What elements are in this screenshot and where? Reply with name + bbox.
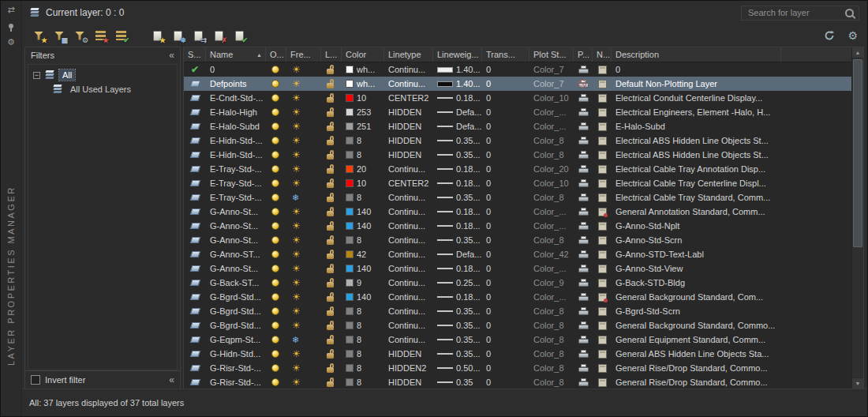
description-cell[interactable]: General Background Standard, Commo...: [612, 318, 851, 332]
scrollbar-thumb[interactable]: [853, 59, 862, 247]
color-cell[interactable]: 253: [342, 105, 384, 119]
linetype-cell[interactable]: HIDDEN: [384, 133, 433, 148]
freeze-cell[interactable]: ☀: [286, 77, 321, 91]
transparency-cell[interactable]: 0: [482, 176, 529, 190]
plot-cell[interactable]: [574, 332, 593, 347]
name-cell[interactable]: E-Halo-High: [206, 105, 266, 119]
linetype-cell[interactable]: Continu...: [384, 261, 433, 276]
linetype-cell[interactable]: HIDDEN: [384, 375, 433, 389]
scroll-up-icon[interactable]: ▲: [852, 47, 863, 58]
tree-collapse-icon[interactable]: −: [33, 72, 40, 79]
on-cell[interactable]: [266, 304, 286, 318]
linetype-cell[interactable]: Continu...: [384, 276, 433, 290]
new-vp-cell[interactable]: [593, 105, 612, 119]
description-cell[interactable]: General Rise/Drop Standard, Commo...: [612, 361, 851, 375]
column-header-s[interactable]: S...: [184, 47, 206, 62]
lock-cell[interactable]: [321, 205, 342, 219]
transparency-cell[interactable]: 0: [482, 304, 529, 318]
lock-cell[interactable]: [321, 77, 342, 91]
lineweight-cell[interactable]: 0.35...: [433, 318, 482, 332]
on-cell[interactable]: [266, 190, 286, 205]
on-cell[interactable]: [266, 247, 286, 261]
pin-icon[interactable]: [9, 24, 13, 28]
color-cell[interactable]: 140: [342, 290, 384, 304]
description-cell[interactable]: 0: [612, 62, 851, 77]
on-cell[interactable]: [266, 176, 286, 190]
freeze-cell[interactable]: ☀: [286, 91, 321, 105]
column-header-n[interactable]: N...: [593, 47, 612, 62]
on-cell[interactable]: [266, 347, 286, 361]
plot-cell[interactable]: [574, 219, 593, 233]
linetype-cell[interactable]: HIDDEN: [384, 105, 433, 119]
name-cell[interactable]: E-Hidn-Std-...: [206, 148, 266, 162]
lock-cell[interactable]: [321, 148, 342, 162]
layer-row[interactable]: E-Tray-Std-...☀20Continu...0.18...0Color…: [184, 162, 851, 176]
name-cell[interactable]: G-Bgrd-Std...: [206, 304, 266, 318]
layer-row[interactable]: G-Anno-St...☀140Continu...0.18...0Color_…: [184, 205, 851, 219]
filter-tree-item-all-used-layers[interactable]: All Used Layers: [28, 82, 177, 96]
transparency-cell[interactable]: 0: [482, 105, 529, 119]
layer-row[interactable]: G-Risr-Std-...☀8HIDDEN20.50...0Color_8Ge…: [184, 361, 851, 375]
on-cell[interactable]: [266, 119, 286, 133]
color-cell[interactable]: 8: [342, 375, 384, 389]
linetype-cell[interactable]: Continu...: [384, 77, 433, 91]
on-cell[interactable]: [266, 162, 286, 176]
lock-cell[interactable]: [321, 375, 342, 389]
layer-row[interactable]: G-Hidn-Std...☀8HIDDEN0.35...0Color_8Gene…: [184, 347, 851, 361]
transparency-cell[interactable]: 0: [482, 332, 529, 347]
transparency-cell[interactable]: 0: [482, 190, 529, 205]
new-vp-cell[interactable]: [593, 77, 612, 91]
new-property-filter-icon[interactable]: ★: [31, 28, 47, 43]
freeze-cell[interactable]: ☀: [286, 148, 321, 162]
lock-cell[interactable]: [321, 190, 342, 205]
layer-row[interactable]: G-Bgrd-Std...☀8Continu...0.35...0Color_8…: [184, 304, 851, 318]
color-cell[interactable]: 8: [342, 233, 384, 247]
freeze-cell[interactable]: ☀: [286, 162, 321, 176]
lock-cell[interactable]: [321, 62, 342, 77]
lock-cell[interactable]: [321, 318, 342, 332]
color-cell[interactable]: 251: [342, 119, 384, 133]
invert-filter-checkbox[interactable]: [31, 375, 40, 385]
name-cell[interactable]: G-Risr-Std-...: [206, 375, 266, 389]
linetype-cell[interactable]: HIDDEN: [384, 347, 433, 361]
freeze-cell[interactable]: ☀: [286, 347, 321, 361]
layer-row[interactable]: E-Hidn-Std-...☀8HIDDEN0.35...0Color_8Ele…: [184, 133, 851, 148]
refresh-icon[interactable]: [824, 30, 835, 41]
linetype-cell[interactable]: HIDDEN: [384, 119, 433, 133]
lineweight-cell[interactable]: 0.18...: [433, 176, 482, 190]
column-header-color[interactable]: Color: [342, 47, 384, 62]
lineweight-cell[interactable]: 0.18...: [433, 290, 482, 304]
lineweight-cell[interactable]: Defa...: [433, 247, 482, 261]
lineweight-cell[interactable]: 1.40...: [433, 77, 482, 91]
plot-cell[interactable]: [574, 375, 593, 389]
description-cell[interactable]: General Rise/Drop Standard, Commo...: [612, 375, 851, 389]
merge-layer-icon[interactable]: ⇉: [190, 28, 206, 43]
transparency-cell[interactable]: 0: [482, 62, 529, 77]
set-current-layer-icon[interactable]: ✔: [231, 28, 247, 43]
linetype-cell[interactable]: Continu...: [384, 162, 433, 176]
plot-cell[interactable]: [574, 119, 593, 133]
layer-row[interactable]: E-Tray-Std-...❄8Continu...0.35...0Color_…: [184, 190, 851, 205]
freeze-cell[interactable]: ☀: [286, 261, 321, 276]
column-header-linetype[interactable]: Linetype: [384, 47, 433, 62]
plot-cell[interactable]: [574, 261, 593, 276]
description-cell[interactable]: G-Anno-Std-View: [612, 261, 851, 276]
name-cell[interactable]: E-Cndt-Std-...: [206, 91, 266, 105]
new-vp-cell[interactable]: [593, 190, 612, 205]
name-cell[interactable]: E-Tray-Std-...: [206, 162, 266, 176]
name-cell[interactable]: E-Tray-Std-...: [206, 190, 266, 205]
color-cell[interactable]: 8: [342, 332, 384, 347]
layer-row[interactable]: G-Anno-ST...☀42Continu...Defa...0Color_4…: [184, 247, 851, 261]
name-cell[interactable]: 0: [206, 62, 266, 77]
plot-cell[interactable]: [574, 276, 593, 290]
description-cell[interactable]: General Annotation Standard, Comm...: [612, 205, 851, 219]
lineweight-cell[interactable]: 0.35...: [433, 233, 482, 247]
layer-row[interactable]: G-Anno-St...☀140Continu...0.18...0Color_…: [184, 261, 851, 276]
layer-row[interactable]: G-Anno-St...☀140Continu...0.18...0Color_…: [184, 219, 851, 233]
linetype-cell[interactable]: CENTER2: [384, 91, 433, 105]
column-header-o[interactable]: O...: [266, 47, 286, 62]
lineweight-cell[interactable]: 0.18...: [433, 91, 482, 105]
transparency-cell[interactable]: 0: [482, 233, 529, 247]
column-header-lineweig[interactable]: Lineweig...: [433, 47, 482, 62]
name-cell[interactable]: G-Eqpm-St...: [206, 332, 266, 347]
